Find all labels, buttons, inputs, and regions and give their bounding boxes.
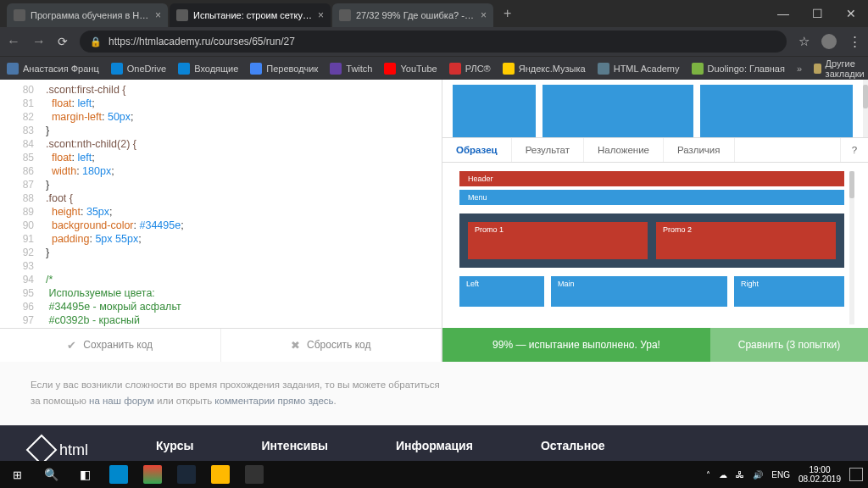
window-titlebar: Программа обучения в HTML А × Испытание:… bbox=[0, 0, 868, 27]
sample-promos: Promo 1 Promo 2 bbox=[459, 214, 844, 268]
sample-columns: Left Main Right bbox=[459, 276, 844, 307]
bookmark-icon bbox=[111, 63, 123, 75]
taskbar-app[interactable] bbox=[136, 461, 170, 488]
bookmarks-bar: Анастасия Франц OneDrive Входящие Перево… bbox=[0, 56, 868, 80]
close-icon[interactable]: × bbox=[318, 9, 324, 21]
bookmark-icon bbox=[503, 63, 515, 75]
bookmark-icon bbox=[384, 63, 396, 75]
profile-icon[interactable] bbox=[821, 34, 837, 49]
tray-chevron-icon[interactable]: ˄ bbox=[706, 470, 710, 480]
onedrive-icon[interactable]: ☁ bbox=[719, 470, 727, 480]
close-icon[interactable]: × bbox=[481, 9, 487, 21]
clock[interactable]: 19:00 08.02.2019 bbox=[798, 465, 841, 485]
new-tab-button[interactable]: + bbox=[495, 6, 520, 21]
view-tabs: Образец Результат Наложение Различия ? bbox=[442, 137, 868, 163]
sample-menu: Menu bbox=[459, 190, 844, 205]
star-icon[interactable]: ☆ bbox=[798, 34, 810, 49]
bookmark-item[interactable]: HTML Academy bbox=[598, 63, 680, 75]
system-tray: ˄ ☁ 🖧 🔊 ENG 19:00 08.02.2019 bbox=[706, 465, 868, 485]
tab-sample[interactable]: Образец bbox=[442, 138, 512, 162]
scrollbar[interactable] bbox=[863, 80, 868, 137]
sample-view: Header Menu Promo 1 Promo 2 Left Main Ri… bbox=[442, 163, 868, 328]
tab-title: 27/32 99% Где ошибка? - Курсы bbox=[356, 10, 476, 20]
tab-title: Программа обучения в HTML А bbox=[31, 10, 150, 20]
workspace: 80.scont:first-child { 81 float: left; 8… bbox=[0, 80, 868, 362]
url-input[interactable]: 🔒 https://htmlacademy.ru/courses/65/run/… bbox=[80, 30, 787, 53]
start-button[interactable]: ⊞ bbox=[0, 461, 34, 488]
bookmark-item[interactable]: РЛС® bbox=[449, 63, 491, 75]
footer-col-intensives[interactable]: Интенсивы bbox=[261, 439, 328, 461]
scrollbar-thumb[interactable] bbox=[849, 171, 854, 198]
close-icon[interactable]: × bbox=[155, 9, 161, 21]
footer-logo[interactable]: html bbox=[31, 439, 88, 461]
bookmark-icon bbox=[250, 63, 262, 75]
comments-link[interactable]: комментарии прямо здесь bbox=[214, 396, 333, 406]
taskbar-app[interactable] bbox=[237, 461, 271, 488]
tab-result[interactable]: Результат bbox=[512, 138, 584, 162]
footer-col-courses[interactable]: Курсы bbox=[156, 439, 193, 461]
taskbar-app[interactable] bbox=[170, 461, 203, 488]
close-icon: ✖ bbox=[291, 339, 300, 352]
sample-left: Left bbox=[459, 276, 544, 307]
preview-block bbox=[453, 85, 536, 137]
preview-block bbox=[700, 85, 853, 137]
lock-icon: 🔒 bbox=[90, 36, 102, 47]
tab-overlay[interactable]: Наложение bbox=[584, 138, 664, 162]
preview-panel: Образец Результат Наложение Различия ? H… bbox=[442, 80, 868, 362]
close-button[interactable]: ✕ bbox=[834, 0, 868, 27]
site-footer: html Курсы Интенсивы Информация Остально… bbox=[0, 425, 868, 461]
bookmark-item[interactable]: Duolingo: Главная bbox=[692, 63, 785, 75]
reload-button[interactable]: ⟳ bbox=[58, 35, 68, 48]
bookmarks-overflow-icon[interactable]: » bbox=[797, 64, 802, 74]
bookmark-item[interactable]: Анастасия Франц bbox=[7, 63, 99, 75]
search-button[interactable]: 🔍 bbox=[34, 461, 68, 488]
compare-button[interactable]: Сравнить (3 попытки) bbox=[710, 328, 868, 362]
taskbar-app[interactable] bbox=[203, 461, 237, 488]
bookmark-item[interactable]: Переводчик bbox=[250, 63, 318, 75]
bookmark-item[interactable]: OneDrive bbox=[111, 63, 166, 75]
browser-tab-active[interactable]: Испытание: строим сетку — Се × bbox=[170, 3, 331, 27]
minimize-button[interactable]: — bbox=[766, 0, 800, 27]
bookmark-item[interactable]: Twitch bbox=[330, 63, 372, 75]
browser-tab[interactable]: 27/32 99% Где ошибка? - Курсы × bbox=[332, 3, 493, 27]
browser-tab[interactable]: Программа обучения в HTML А × bbox=[7, 3, 168, 27]
back-button[interactable]: ← bbox=[7, 34, 20, 49]
calculator-icon bbox=[245, 465, 264, 484]
bookmark-icon bbox=[449, 63, 461, 75]
bookmark-icon bbox=[598, 63, 609, 75]
footer-col-other[interactable]: Остальное bbox=[541, 439, 605, 461]
maximize-button[interactable]: ☐ bbox=[800, 0, 834, 27]
scrollbar[interactable] bbox=[849, 171, 854, 324]
forum-link[interactable]: на наш форум bbox=[89, 396, 154, 406]
scrollbar-thumb[interactable] bbox=[863, 85, 868, 108]
status-line: 99% — испытание выполнено. Ура! Сравнить… bbox=[442, 328, 868, 362]
forward-button[interactable]: → bbox=[32, 34, 46, 49]
other-bookmarks[interactable]: Другие закладки bbox=[814, 58, 868, 79]
save-button[interactable]: ✔Сохранить код bbox=[0, 329, 221, 362]
telegram-icon bbox=[109, 465, 128, 484]
code-editor[interactable]: 80.scont:first-child { 81 float: left; 8… bbox=[0, 80, 442, 328]
tab-title: Испытание: строим сетку — Се bbox=[193, 10, 313, 20]
bookmark-icon bbox=[7, 63, 19, 75]
tab-diff[interactable]: Различия bbox=[664, 138, 734, 162]
sample-main: Main bbox=[551, 276, 727, 307]
network-icon[interactable]: 🖧 bbox=[736, 470, 744, 480]
favicon-icon bbox=[339, 9, 351, 21]
favicon-icon bbox=[176, 9, 188, 21]
bookmark-item[interactable]: Входящие bbox=[178, 63, 238, 75]
menu-icon[interactable]: ⋮ bbox=[849, 34, 861, 49]
tab-help[interactable]: ? bbox=[840, 138, 868, 162]
footer-col-info[interactable]: Информация bbox=[396, 439, 473, 461]
language-indicator[interactable]: ENG bbox=[771, 470, 790, 480]
chrome-icon bbox=[143, 465, 162, 484]
task-view-button[interactable]: ◧ bbox=[68, 461, 102, 488]
bookmark-icon bbox=[692, 63, 704, 75]
result-preview-top bbox=[442, 80, 863, 137]
reset-button[interactable]: ✖Сбросить код bbox=[221, 329, 442, 362]
notifications-icon[interactable] bbox=[849, 468, 863, 481]
volume-icon[interactable]: 🔊 bbox=[753, 470, 763, 480]
taskbar-app[interactable] bbox=[102, 461, 136, 488]
sample-right: Right bbox=[734, 276, 844, 307]
bookmark-item[interactable]: Яндекс.Музыка bbox=[503, 63, 586, 75]
bookmark-item[interactable]: YouTube bbox=[384, 63, 437, 75]
